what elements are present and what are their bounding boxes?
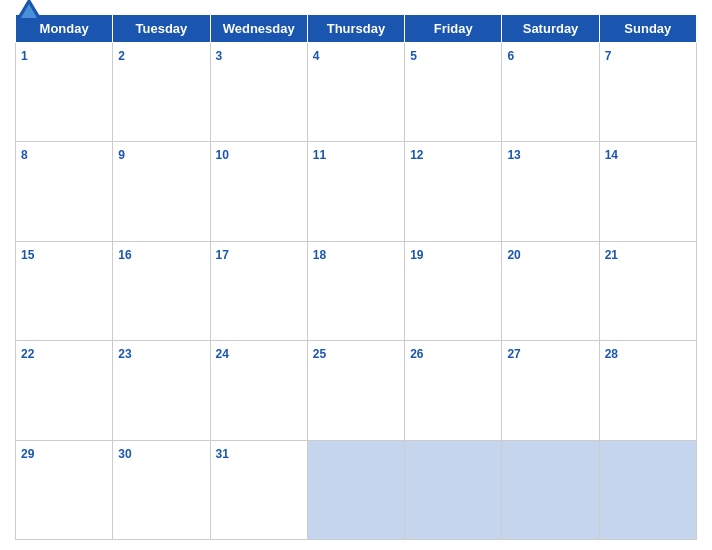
date-number: 31	[216, 447, 229, 461]
date-cell: 29	[16, 440, 113, 539]
date-number: 19	[410, 248, 423, 262]
date-cell: 4	[307, 43, 404, 142]
calendar-row: 22232425262728	[16, 341, 697, 440]
date-cell: 26	[405, 341, 502, 440]
date-number: 4	[313, 49, 320, 63]
date-cell: 9	[113, 142, 210, 241]
date-cell: 31	[210, 440, 307, 539]
date-number: 2	[118, 49, 125, 63]
date-number: 24	[216, 347, 229, 361]
date-cell: 13	[502, 142, 599, 241]
date-cell: 8	[16, 142, 113, 241]
empty-cell	[599, 440, 696, 539]
date-cell: 15	[16, 241, 113, 340]
calendar-table: MondayTuesdayWednesdayThursdayFridaySatu…	[15, 14, 697, 540]
calendar-row: 15161718192021	[16, 241, 697, 340]
date-number: 17	[216, 248, 229, 262]
date-number: 20	[507, 248, 520, 262]
date-cell: 5	[405, 43, 502, 142]
date-cell: 19	[405, 241, 502, 340]
date-cell: 6	[502, 43, 599, 142]
calendar-row: 1234567	[16, 43, 697, 142]
date-cell: 18	[307, 241, 404, 340]
date-number: 25	[313, 347, 326, 361]
calendar-row: 891011121314	[16, 142, 697, 241]
date-number: 12	[410, 148, 423, 162]
date-number: 23	[118, 347, 131, 361]
date-number: 7	[605, 49, 612, 63]
date-number: 11	[313, 148, 326, 162]
date-number: 27	[507, 347, 520, 361]
date-number: 8	[21, 148, 28, 162]
day-header-friday: Friday	[405, 15, 502, 43]
date-cell: 21	[599, 241, 696, 340]
date-cell: 23	[113, 341, 210, 440]
date-cell: 30	[113, 440, 210, 539]
date-cell: 28	[599, 341, 696, 440]
date-number: 18	[313, 248, 326, 262]
date-number: 30	[118, 447, 131, 461]
date-number: 9	[118, 148, 125, 162]
date-number: 14	[605, 148, 618, 162]
date-number: 16	[118, 248, 131, 262]
date-number: 13	[507, 148, 520, 162]
date-cell: 12	[405, 142, 502, 241]
date-cell: 14	[599, 142, 696, 241]
date-number: 29	[21, 447, 34, 461]
date-cell: 1	[16, 43, 113, 142]
date-cell: 16	[113, 241, 210, 340]
date-cell: 22	[16, 341, 113, 440]
empty-cell	[307, 440, 404, 539]
date-cell: 11	[307, 142, 404, 241]
logo	[15, 0, 47, 24]
date-number: 22	[21, 347, 34, 361]
day-header-tuesday: Tuesday	[113, 15, 210, 43]
date-number: 5	[410, 49, 417, 63]
date-cell: 2	[113, 43, 210, 142]
date-cell: 25	[307, 341, 404, 440]
date-number: 28	[605, 347, 618, 361]
day-header-wednesday: Wednesday	[210, 15, 307, 43]
date-cell: 20	[502, 241, 599, 340]
empty-cell	[502, 440, 599, 539]
date-number: 26	[410, 347, 423, 361]
date-number: 15	[21, 248, 34, 262]
day-header-thursday: Thursday	[307, 15, 404, 43]
date-number: 21	[605, 248, 618, 262]
logo-icon	[15, 0, 43, 24]
date-number: 3	[216, 49, 223, 63]
date-number: 1	[21, 49, 28, 63]
date-cell: 10	[210, 142, 307, 241]
date-cell: 3	[210, 43, 307, 142]
date-cell: 17	[210, 241, 307, 340]
date-cell: 24	[210, 341, 307, 440]
empty-cell	[405, 440, 502, 539]
calendar-row: 293031	[16, 440, 697, 539]
date-number: 6	[507, 49, 514, 63]
day-header-sunday: Sunday	[599, 15, 696, 43]
date-number: 10	[216, 148, 229, 162]
date-cell: 27	[502, 341, 599, 440]
day-header-saturday: Saturday	[502, 15, 599, 43]
date-cell: 7	[599, 43, 696, 142]
